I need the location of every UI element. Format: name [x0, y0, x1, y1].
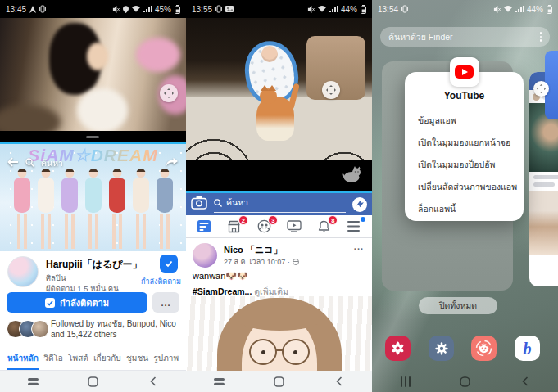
menu-item-popup-view[interactable]: เปิดในมุมมองป็อปอัพ — [405, 154, 524, 176]
idol-figure — [61, 169, 79, 250]
facebook-mini-textline — [533, 182, 555, 187]
status-time: 13:55 — [192, 5, 212, 14]
home-key[interactable] — [270, 373, 288, 390]
woman-shirt — [77, 88, 128, 131]
back-icon[interactable] — [7, 155, 19, 170]
gallery-app-icon[interactable] — [385, 336, 411, 361]
finder-menu-icon[interactable] — [540, 32, 542, 42]
post-hashtag[interactable]: #SiamDream... — [193, 286, 252, 296]
youtube-app-icon[interactable] — [450, 57, 479, 87]
video-player[interactable] — [186, 18, 372, 160]
cat-figure — [256, 97, 294, 141]
cat-head — [260, 88, 277, 104]
mute-icon — [493, 6, 501, 13]
pan-arrows-icon — [164, 88, 174, 98]
divider-blue-line — [0, 142, 186, 144]
tab-watch[interactable] — [285, 219, 303, 235]
more-options-button[interactable]: ... — [152, 292, 179, 313]
idol-figure — [156, 169, 174, 250]
video-expand-button[interactable] — [322, 81, 340, 99]
status-time: 13:54 — [378, 5, 398, 14]
camera-icon[interactable] — [191, 196, 207, 213]
mute-icon — [112, 6, 120, 13]
idol-figure — [37, 169, 55, 250]
tab-community[interactable]: ชุมชน — [125, 352, 149, 370]
back-key[interactable] — [144, 373, 162, 390]
face-icon — [475, 340, 492, 357]
idol-figure — [132, 169, 150, 250]
battery-icon — [547, 5, 552, 14]
tab-marketplace[interactable]: 2 — [225, 219, 243, 235]
finder-search-input[interactable]: ค้นหาด้วย Finder — [380, 27, 550, 47]
tab-groups[interactable]: 3 — [255, 219, 273, 235]
home-key[interactable] — [84, 373, 102, 390]
android-nav-bar — [372, 371, 558, 392]
video-expand-button[interactable] — [160, 84, 178, 102]
following-check-icon — [45, 298, 55, 308]
search-label[interactable]: ค้นหา — [41, 156, 63, 170]
post-more-button[interactable]: ... — [354, 241, 364, 251]
menu-item-aspect-ratio[interactable]: เปลี่ยนสัดส่วนภาพของแอพ — [405, 176, 524, 198]
video-player[interactable] — [0, 18, 186, 131]
home-key[interactable] — [456, 373, 474, 390]
tab-videos[interactable]: วิดีโอ — [43, 352, 64, 370]
facebook-tab-bar: 2 3 8 — [186, 215, 372, 238]
following-badge-label: กำลังติดตาม — [141, 276, 181, 287]
clothes-rack-pink — [136, 38, 180, 72]
following-check-badge[interactable] — [160, 255, 178, 273]
page-tab-bar: หน้าหลัก วิดีโอ โพสต์ เกี่ยวกับ ชุมชน รู… — [0, 348, 186, 371]
messenger-icon[interactable] — [352, 197, 367, 212]
signal-icon — [329, 6, 338, 12]
left-phone-screen: 13:45 45% — [0, 0, 186, 392]
settings-app-icon[interactable] — [429, 336, 454, 361]
status-bar: 13:54 44% — [372, 0, 558, 18]
following-button[interactable]: กำลังติดตาม — [7, 292, 147, 313]
search-icon — [214, 199, 222, 207]
battery-percent: 44% — [527, 5, 543, 14]
menu-item-app-info[interactable]: ข้อมูลแอพ — [405, 110, 524, 132]
tab-menu[interactable] — [345, 219, 363, 235]
glasses-bridge — [276, 349, 283, 351]
pan-arrows-icon — [326, 85, 336, 95]
youtube-play-icon — [455, 65, 474, 79]
menu-item-split-screen[interactable]: เปิดในมุมมองแยกหน้าจอ — [405, 132, 524, 154]
see-more-link[interactable]: ดูเพิ่มเติม — [254, 286, 288, 296]
post-photo[interactable] — [186, 296, 372, 371]
card-expand-button[interactable] — [533, 81, 549, 97]
search-icon[interactable] — [25, 155, 34, 170]
battery-percent: 44% — [341, 5, 357, 14]
page-name[interactable]: Harupiii「はるぴー」 — [46, 258, 143, 272]
recents-key[interactable] — [25, 373, 43, 390]
scrub-handle[interactable] — [86, 136, 99, 138]
tab-news-feed[interactable] — [195, 219, 213, 235]
followed-by-text: Followed by ทนงชัย, Bunpod, Nico and 15,… — [51, 318, 180, 340]
page-profile-section: Harupiii「はるぴー」 ศิลปิน ผู้ติดตาม 1.5 หมื่… — [0, 251, 186, 348]
post-timestamp: 27 ส.ค. เวลา 10:07 · — [224, 256, 299, 268]
tab-about[interactable]: เกี่ยวกับ — [93, 352, 121, 370]
page-cover-photo[interactable]: SiAM☆DREAM ค้นหา — [0, 144, 186, 251]
ar-zone-app-icon[interactable] — [471, 336, 497, 361]
tab-photos[interactable]: รูปภาพ — [152, 352, 179, 370]
status-time: 13:45 — [6, 5, 26, 14]
page-avatar[interactable] — [7, 256, 39, 287]
back-key[interactable] — [516, 373, 534, 390]
post-author-name[interactable]: Nico 「ニコ」 — [224, 244, 282, 256]
tab-home[interactable]: หน้าหลัก — [7, 352, 39, 370]
groups-badge: 3 — [268, 215, 278, 225]
post-author-avatar[interactable] — [193, 243, 217, 268]
close-all-button[interactable]: ปิดทั้งหมด — [419, 297, 497, 314]
pan-arrows-icon — [537, 84, 546, 93]
back-key[interactable] — [330, 373, 348, 390]
recents-key[interactable] — [211, 373, 229, 390]
battery-percent: 45% — [155, 5, 171, 14]
bixby-app-icon[interactable]: b — [515, 336, 540, 361]
video-letterbox — [186, 160, 372, 191]
wifi-icon — [318, 6, 326, 12]
tab-posts[interactable]: โพสต์ — [67, 352, 89, 370]
tab-notifications[interactable]: 8 — [315, 219, 333, 235]
woman-face — [87, 43, 108, 70]
search-input[interactable]: ค้นหา — [214, 196, 346, 213]
share-icon[interactable] — [166, 155, 179, 170]
recents-key[interactable] — [397, 373, 415, 390]
menu-item-lock-app[interactable]: ล็อกแอพนี้ — [405, 198, 524, 220]
